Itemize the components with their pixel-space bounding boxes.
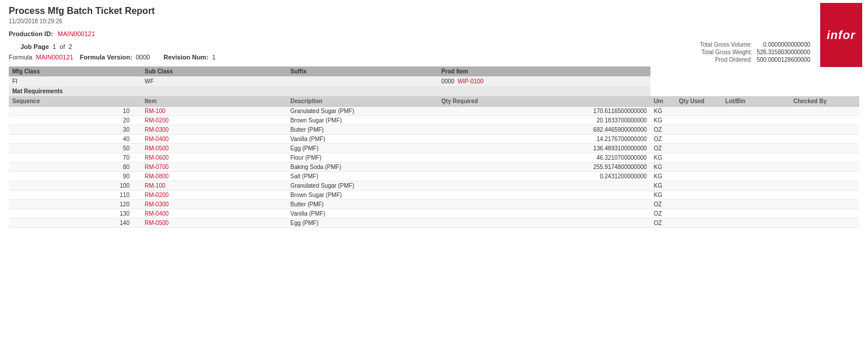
cell-qty-required: 20.1833700000000 [438, 116, 650, 125]
job-page-of: of [60, 43, 65, 50]
cell-checked-by [790, 163, 859, 172]
infor-logo-text: infor [827, 29, 855, 42]
table-row: 70RM-0600Flour (PMF)46.3210700000000KG [9, 153, 859, 163]
col-header-prod-item: Prod Item [438, 66, 650, 76]
class-mfg-class: FI [9, 76, 141, 86]
page-container: infor Total Gross Volume: 0.000000000000… [0, 0, 868, 348]
total-gross-volume-label: Total Gross Volume: [698, 41, 754, 48]
cell-qty-required: 136.4893100000000 [438, 144, 650, 153]
cell-lot-bin [722, 116, 790, 125]
formula-id: MAIN000121 [36, 54, 73, 61]
job-page-current: 1 [52, 43, 56, 50]
cell-lot-bin [722, 153, 790, 163]
mat-requirements-label: Mat Requirements [9, 86, 650, 96]
total-gross-weight-label: Total Gross Weight: [698, 48, 754, 56]
cell-um: OZ [650, 209, 676, 219]
cell-checked-by [790, 125, 859, 135]
total-gross-volume-value: 0.0000000000000 [754, 41, 813, 48]
cell-lot-bin [722, 125, 790, 135]
cell-sequence: 120 [9, 200, 141, 209]
cell-qty-used [676, 125, 722, 135]
table-row: 80RM-0700Baking Soda (PMF)255.9174800000… [9, 163, 859, 172]
cell-qty-required: 170.6116500000000 [438, 107, 650, 116]
cell-lot-bin [722, 163, 790, 172]
cell-item[interactable]: RM-0300 [141, 125, 287, 135]
table-row: 90RM-0800Salt (PMF)0.2431200000000KG [9, 172, 859, 181]
table-row: 100RM-100Granulated Sugar (PMF)KG [9, 181, 859, 191]
cell-description: Brown Sugar (PMF) [287, 116, 438, 125]
class-prod-item: 0000 WIP-0100 [438, 76, 650, 86]
class-sub-class: WF [141, 76, 287, 86]
cell-description: Flour (PMF) [287, 153, 438, 163]
table-row: 20RM-0200Brown Sugar (PMF)20.18337000000… [9, 116, 859, 125]
cell-description: Salt (PMF) [287, 172, 438, 181]
sub-header-row: Sequence Item Description Qty Required U… [9, 96, 859, 107]
cell-item[interactable]: RM-0200 [141, 116, 287, 125]
cell-description: Egg (PMF) [287, 219, 438, 228]
cell-item[interactable]: RM-0500 [141, 219, 287, 228]
cell-lot-bin [722, 107, 790, 116]
table-row: 140RM-0500Egg (PMF)OZ [9, 219, 859, 228]
cell-um: KG [650, 153, 676, 163]
infor-logo: infor [820, 3, 862, 67]
production-id-line: Production ID: MAIN000121 [9, 30, 859, 37]
production-id-label: Production ID: [9, 30, 53, 37]
class-prod-item-code[interactable]: WIP-0100 [457, 78, 483, 85]
cell-qty-used [676, 219, 722, 228]
cell-checked-by [790, 209, 859, 219]
cell-qty-required [438, 200, 650, 209]
cell-qty-used [676, 116, 722, 125]
cell-sequence: 20 [9, 116, 141, 125]
cell-lot-bin [722, 135, 790, 144]
cell-item[interactable]: RM-0400 [141, 135, 287, 144]
report-datetime: 11/20/2018 10:29:26 [9, 18, 859, 24]
cell-qty-used [676, 200, 722, 209]
cell-item[interactable]: RM-0300 [141, 200, 287, 209]
cell-um: KG [650, 181, 676, 191]
cell-sequence: 110 [9, 191, 141, 200]
cell-lot-bin [722, 144, 790, 153]
cell-qty-required [438, 191, 650, 200]
cell-description: Butter (PMF) [287, 200, 438, 209]
cell-qty-used [676, 153, 722, 163]
cell-sequence: 70 [9, 153, 141, 163]
table-row: 120RM-0300Butter (PMF)OZ [9, 200, 859, 209]
class-data-row: FI WF 0000 WIP-0100 [9, 76, 859, 86]
cell-lot-bin [722, 209, 790, 219]
cell-um: OZ [650, 144, 676, 153]
formula-version-label: Formula Version: [80, 54, 132, 61]
cell-checked-by [790, 153, 859, 163]
cell-qty-required: 682.4465900000000 [438, 125, 650, 135]
cell-sequence: 130 [9, 209, 141, 219]
top-stats: Total Gross Volume: 0.0000000000000 Tota… [698, 41, 813, 64]
cell-item[interactable]: RM-100 [141, 181, 287, 191]
mat-requirements-row: Mat Requirements [9, 86, 859, 96]
sub-col-qty-used: Qty Used [676, 96, 722, 107]
cell-checked-by [790, 191, 859, 200]
cell-um: KG [650, 107, 676, 116]
cell-qty-used [676, 135, 722, 144]
cell-item[interactable]: RM-0500 [141, 144, 287, 153]
sub-col-um: Um [650, 96, 676, 107]
cell-um: KG [650, 163, 676, 172]
table-row: 10RM-100Granulated Sugar (PMF)170.611650… [9, 107, 859, 116]
cell-sequence: 10 [9, 107, 141, 116]
sub-col-lot-bin: Lot/Bin [722, 96, 790, 107]
cell-sequence: 90 [9, 172, 141, 181]
sub-col-qty-required: Qty Required [438, 96, 650, 107]
cell-checked-by [790, 200, 859, 209]
cell-qty-used [676, 163, 722, 172]
cell-item[interactable]: RM-0800 [141, 172, 287, 181]
cell-um: OZ [650, 219, 676, 228]
cell-item[interactable]: RM-0200 [141, 191, 287, 200]
cell-lot-bin [722, 181, 790, 191]
cell-qty-required: 46.3210700000000 [438, 153, 650, 163]
cell-lot-bin [722, 191, 790, 200]
cell-item[interactable]: RM-0600 [141, 153, 287, 163]
cell-item[interactable]: RM-0400 [141, 209, 287, 219]
cell-item[interactable]: RM-0700 [141, 163, 287, 172]
cell-item[interactable]: RM-100 [141, 107, 287, 116]
col-header-sub-class: Sub Class [141, 66, 287, 76]
cell-checked-by [790, 172, 859, 181]
cell-qty-used [676, 144, 722, 153]
